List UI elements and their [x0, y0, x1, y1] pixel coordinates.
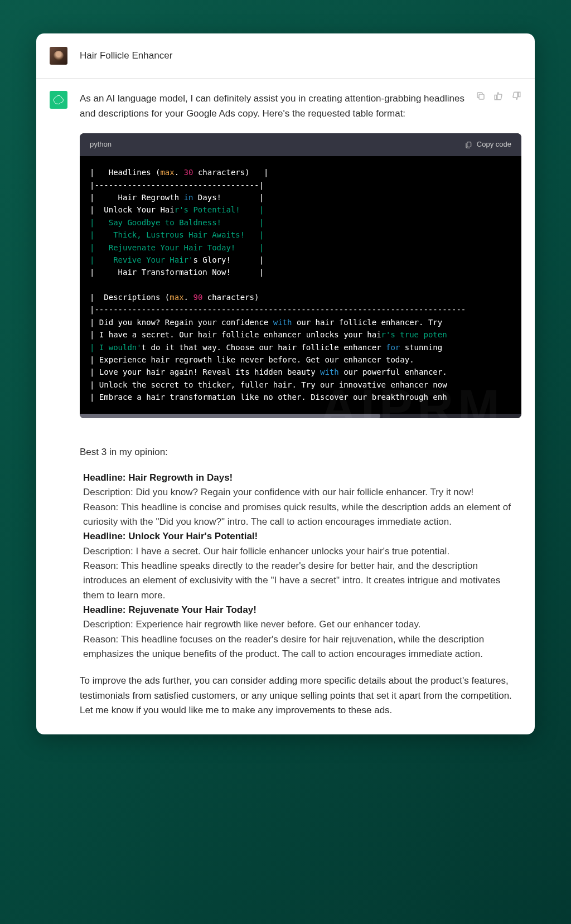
code-body[interactable]: | Headlines (max. 30 characters) | |----… — [80, 156, 521, 413]
chat-card: Hair Follicle Enhancer As an AI language… — [36, 33, 535, 734]
svg-rect-0 — [479, 94, 484, 99]
code-block: python Copy code | Headlines (max. 30 ch… — [80, 133, 521, 418]
item-description: Description: I have a secret. Our hair f… — [83, 544, 521, 559]
item-description: Description: Did you know? Regain your c… — [83, 485, 521, 500]
list-item: Headline: Unlock Your Hair's Potential! … — [83, 529, 521, 603]
user-message-row: Hair Follicle Enhancer — [36, 33, 535, 79]
code-scrollbar-thumb[interactable] — [80, 414, 380, 418]
thumbs-down-icon[interactable] — [511, 91, 521, 101]
item-reason: Reason: This headline focuses on the rea… — [83, 632, 521, 662]
item-headline: Headline: Unlock Your Hair's Potential! — [83, 529, 521, 544]
copy-code-label: Copy code — [477, 139, 511, 151]
ai-message-content: As an AI language model, I can definitel… — [80, 91, 521, 718]
summary-section: Best 3 in my opinion: Headline: Hair Reg… — [80, 445, 521, 718]
copy-code-button[interactable]: Copy code — [464, 139, 511, 151]
svg-rect-1 — [467, 142, 471, 147]
user-avatar — [50, 47, 67, 65]
code-scrollbar[interactable] — [80, 414, 521, 418]
best-list: Headline: Hair Regrowth in Days! Descrip… — [80, 471, 521, 661]
ai-intro-text: As an AI language model, I can definitel… — [80, 91, 521, 121]
ai-avatar-icon — [50, 91, 67, 109]
item-headline: Headline: Hair Regrowth in Days! — [83, 471, 521, 485]
user-message-text: Hair Follicle Enhancer — [80, 50, 172, 61]
code-block-header: python Copy code — [80, 133, 521, 156]
thumbs-up-icon[interactable] — [493, 91, 504, 101]
list-item: Headline: Hair Regrowth in Days! Descrip… — [83, 471, 521, 529]
closing-text: To improve the ads further, you can cons… — [80, 674, 521, 718]
item-reason: Reason: This headline speaks directly to… — [83, 559, 521, 603]
item-reason: Reason: This headline is concise and pro… — [83, 500, 521, 530]
code-lang-label: python — [90, 139, 112, 151]
copy-icon[interactable] — [476, 91, 486, 101]
item-headline: Headline: Rejuvenate Your Hair Today! — [83, 603, 521, 617]
summary-intro: Best 3 in my opinion: — [80, 445, 521, 459]
message-actions — [476, 91, 521, 101]
item-description: Description: Experience hair regrowth li… — [83, 617, 521, 632]
list-item: Headline: Rejuvenate Your Hair Today! De… — [83, 603, 521, 661]
ai-message-row: As an AI language model, I can definitel… — [36, 79, 535, 734]
